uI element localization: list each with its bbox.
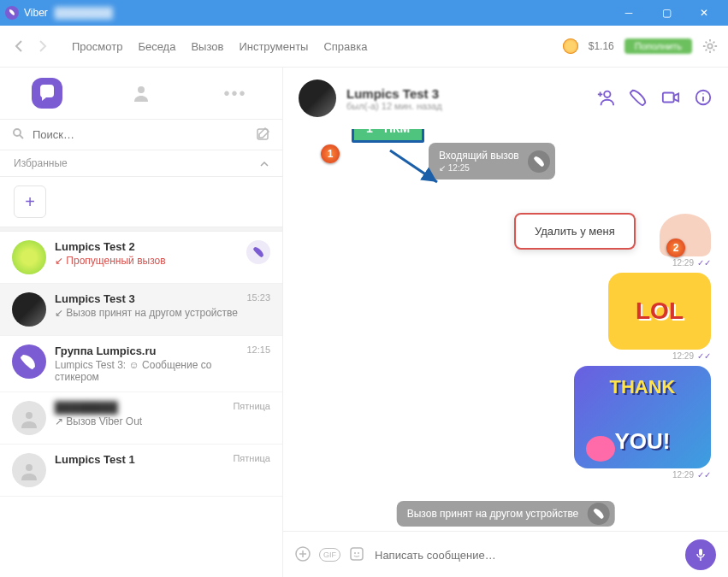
toolbar: Просмотр Беседа Вызов Инструменты Справк… <box>0 26 728 68</box>
close-button[interactable]: ✕ <box>685 0 723 26</box>
chat-time: Пятница <box>233 453 270 463</box>
incoming-call-bubble[interactable]: Входящий вызов ↙ 12:25 <box>429 143 555 180</box>
ctx-delete-for-me[interactable]: Удалить у меня <box>535 225 615 238</box>
tab-more[interactable]: ••• <box>220 78 251 109</box>
avatar <box>12 240 46 274</box>
message-input[interactable] <box>373 548 677 562</box>
annotation-rmb: 1 * ПКМ <box>352 129 424 143</box>
svg-point-11 <box>354 552 356 554</box>
compose-button[interactable] <box>257 127 270 143</box>
svg-point-5 <box>26 464 33 471</box>
viber-logo-icon <box>5 6 19 20</box>
minimize-button[interactable]: ─ <box>610 0 648 26</box>
title-bar: Viber ████████ ─ ▢ ✕ <box>0 0 728 26</box>
app-window: Viber ████████ ─ ▢ ✕ Просмотр Беседа Выз… <box>0 0 728 577</box>
chat-item[interactable]: Lumpics Test 1 Пятница <box>0 445 282 497</box>
add-favorite-button[interactable]: + <box>14 185 46 218</box>
chat-panel: Lumpics Test 3 был(-а) 12 мин. назад 1 *… <box>283 68 728 577</box>
svg-rect-7 <box>663 92 674 102</box>
chat-time: Пятница <box>233 401 270 411</box>
chat-subtitle: Lumpics Test 3: ☺ Сообщение со стикером <box>55 359 238 383</box>
favorites-label: Избранные <box>14 157 68 169</box>
call-button[interactable] <box>246 240 270 264</box>
settings-button[interactable] <box>702 38 718 54</box>
chat-time: 15:23 <box>246 292 270 303</box>
msg-time: 12:29 <box>672 470 694 480</box>
context-menu: Удалить у меня <box>514 213 636 250</box>
svg-rect-10 <box>351 548 363 560</box>
tab-contacts[interactable] <box>126 78 157 109</box>
balance-label: $1.16 <box>589 40 614 52</box>
msg-time: 12:29 <box>672 351 694 361</box>
menu-view[interactable]: Просмотр <box>72 40 122 53</box>
svg-point-4 <box>26 412 33 419</box>
call-text: Входящий вызов <box>439 150 519 162</box>
read-ticks-icon: ✓✓ <box>697 470 711 480</box>
nav-forward-button[interactable] <box>34 38 51 55</box>
call-status-bubble[interactable]: Вызов принят на другом устройстве <box>397 501 615 527</box>
sticker-thankyou: THANKYOU! <box>574 366 711 468</box>
avatar <box>12 344 46 379</box>
menu-tools[interactable]: Инструменты <box>239 40 308 53</box>
avatar <box>12 292 46 327</box>
search-input[interactable] <box>31 127 250 142</box>
chat-name: Lumpics Test 1 <box>55 453 224 466</box>
gif-button[interactable]: GIF <box>319 548 340 562</box>
sticker-lol: LOL <box>608 273 711 350</box>
svg-point-12 <box>358 552 359 554</box>
chat-subtitle: ↙ Пропущенный вызов <box>55 255 238 267</box>
topup-button[interactable]: Пополнить <box>624 38 692 54</box>
coin-icon <box>563 38 578 54</box>
app-title: Viber <box>24 7 48 19</box>
phone-icon <box>587 503 609 525</box>
chat-time: 12:15 <box>246 344 270 355</box>
maximize-button[interactable]: ▢ <box>648 0 685 26</box>
chat-name: Lumpics Test 2 <box>55 240 238 253</box>
avatar <box>12 453 46 487</box>
svg-point-6 <box>604 91 610 97</box>
voice-message-button[interactable] <box>685 539 716 570</box>
chat-name: Lumpics Test 3 <box>55 292 238 305</box>
chat-title: Lumpics Test 3 <box>346 86 442 101</box>
svg-point-2 <box>14 129 21 136</box>
chat-item[interactable]: ████████ ↗ Вызов Viber Out Пятница <box>0 392 282 445</box>
sticker-button[interactable] <box>349 546 364 564</box>
menu-chat[interactable]: Беседа <box>138 40 175 53</box>
msg-time: 12:29 <box>672 258 694 268</box>
svg-point-1 <box>138 86 145 93</box>
tab-chats[interactable] <box>32 78 62 109</box>
avatar <box>12 401 46 435</box>
call-text: Вызов принят на другом устройстве <box>407 508 579 520</box>
chat-item[interactable]: Lumpics Test 2 ↙ Пропущенный вызов <box>0 232 282 284</box>
collapse-favorites-button[interactable] <box>260 157 269 169</box>
call-time: 12:25 <box>448 163 470 173</box>
chat-subtitle: ↗ Вызов Viber Out <box>55 415 224 427</box>
attach-button[interactable] <box>295 546 311 564</box>
annotation-badge-1: 1 <box>321 144 340 163</box>
phone-icon <box>528 150 550 173</box>
message-area: 1 * ПКМ 1 Входящий вызов ↙ 12:25 Удалить… <box>283 129 728 531</box>
video-call-button[interactable] <box>661 88 680 109</box>
chat-name: Группа Lumpics.ru <box>55 344 238 357</box>
menu-call[interactable]: Вызов <box>191 40 223 53</box>
sidebar: ••• Избранные + Lumpics Test 2 ↙ Пропуще… <box>0 68 283 577</box>
composer: GIF <box>283 531 728 577</box>
chat-list: Lumpics Test 2 ↙ Пропущенный вызов Lumpi… <box>0 232 282 577</box>
read-ticks-icon: ✓✓ <box>697 351 711 361</box>
search-icon <box>12 127 24 142</box>
voice-call-button[interactable] <box>629 88 648 109</box>
read-ticks-icon: ✓✓ <box>697 258 711 268</box>
chat-avatar <box>299 79 336 117</box>
chat-item[interactable]: Группа Lumpics.ru Lumpics Test 3: ☺ Сооб… <box>0 336 282 392</box>
info-button[interactable] <box>694 88 713 109</box>
chat-subtitle: ↙ Вызов принят на другом устройстве <box>55 307 238 319</box>
svg-rect-13 <box>699 549 702 556</box>
add-user-button[interactable] <box>596 88 615 109</box>
svg-point-0 <box>707 44 712 48</box>
annotation-badge-2: 2 <box>666 238 685 257</box>
nav-back-button[interactable] <box>10 38 27 55</box>
menu-help[interactable]: Справка <box>323 40 367 53</box>
chat-status: был(-а) 12 мин. назад <box>346 101 442 111</box>
chat-name: ████████ <box>55 401 224 414</box>
chat-item[interactable]: Lumpics Test 3 ↙ Вызов принят на другом … <box>0 284 282 336</box>
